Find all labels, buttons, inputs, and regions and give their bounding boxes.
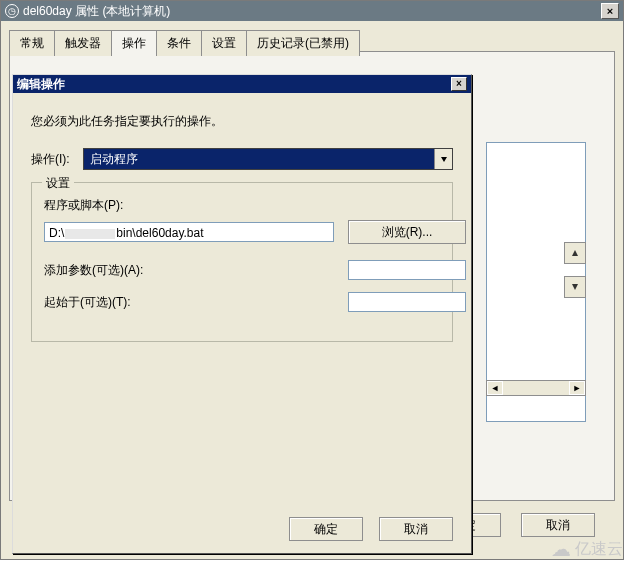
settings-groupbox: 设置 程序或脚本(P): D:\bin\del60day.bat 浏览(R)..… <box>31 182 453 342</box>
parent-titlebar[interactable]: ◷ del60day 属性 (本地计算机) × <box>1 1 623 21</box>
svg-marker-0 <box>572 250 578 256</box>
horizontal-scrollbar[interactable]: ◄ ► <box>486 380 586 396</box>
scroll-right-icon[interactable]: ► <box>569 381 585 395</box>
tab-settings[interactable]: 设置 <box>201 30 247 56</box>
parent-window-title: del60day 属性 (本地计算机) <box>23 3 170 20</box>
arrow-down-icon <box>571 283 579 291</box>
dialog-button-row: 确定 取消 <box>289 517 453 541</box>
dialog-titlebar[interactable]: 编辑操作 × <box>13 75 471 93</box>
dialog-body: 您必须为此任务指定要执行的操作。 操作(I): 启动程序 设置 程序或脚本(P)… <box>13 93 471 342</box>
move-up-button[interactable] <box>564 242 586 264</box>
program-label: 程序或脚本(P): <box>44 197 334 214</box>
parent-tabs: 常规 触发器 操作 条件 设置 历史记录(已禁用) <box>9 30 615 56</box>
startin-label: 起始于(可选)(T): <box>44 294 334 311</box>
startin-input[interactable] <box>348 292 466 312</box>
dialog-close-button[interactable]: × <box>451 77 467 91</box>
args-input[interactable] <box>348 260 466 280</box>
action-dropdown-value: 启动程序 <box>90 151 138 168</box>
dialog-title: 编辑操作 <box>17 76 65 93</box>
program-input[interactable]: D:\bin\del60day.bat <box>44 222 334 242</box>
dialog-ok-button[interactable]: 确定 <box>289 517 363 541</box>
cloud-icon: ☁ <box>551 537 571 561</box>
arrow-up-icon <box>571 249 579 257</box>
tab-triggers[interactable]: 触发器 <box>54 30 112 56</box>
tab-conditions[interactable]: 条件 <box>156 30 202 56</box>
svg-marker-1 <box>572 284 578 290</box>
tab-actions[interactable]: 操作 <box>111 30 157 56</box>
parent-cancel-button[interactable]: 取消 <box>521 513 595 537</box>
dropdown-arrow-icon <box>434 149 452 169</box>
svg-marker-2 <box>441 157 447 162</box>
clock-icon: ◷ <box>5 4 19 18</box>
settings-legend: 设置 <box>42 175 74 192</box>
action-dropdown[interactable]: 启动程序 <box>83 148 453 170</box>
tab-general[interactable]: 常规 <box>9 30 55 56</box>
dialog-instruction: 您必须为此任务指定要执行的操作。 <box>31 113 453 130</box>
scroll-left-icon[interactable]: ◄ <box>487 381 503 395</box>
redacted-path <box>65 229 115 239</box>
parent-close-button[interactable]: × <box>601 3 619 19</box>
tab-history[interactable]: 历史记录(已禁用) <box>246 30 360 56</box>
action-label: 操作(I): <box>31 151 83 168</box>
dialog-cancel-button[interactable]: 取消 <box>379 517 453 541</box>
move-down-button[interactable] <box>564 276 586 298</box>
watermark: ☁ 亿速云 <box>551 537 623 561</box>
edit-action-dialog: 编辑操作 × 您必须为此任务指定要执行的操作。 操作(I): 启动程序 设置 程… <box>12 74 472 554</box>
args-label: 添加参数(可选)(A): <box>44 262 334 279</box>
browse-button[interactable]: 浏览(R)... <box>348 220 466 244</box>
